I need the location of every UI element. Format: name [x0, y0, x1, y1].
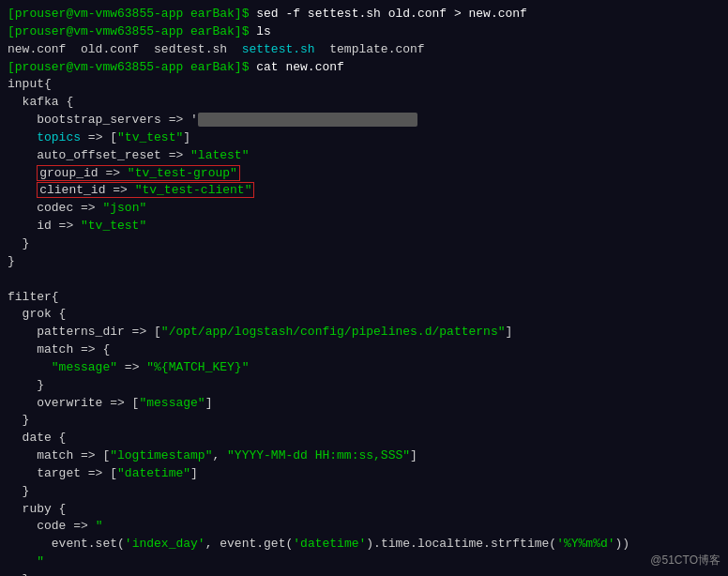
- client-id-redbox: client_id => "tv_test-client": [37, 182, 254, 198]
- terminal-line: event.set('index_day', event.get('dateti…: [8, 536, 720, 553]
- terminal-line: }: [8, 571, 720, 576]
- terminal-line: id => "tv_test": [8, 218, 720, 235]
- terminal-line: codec => "json": [8, 200, 720, 218]
- terminal-line: [prouser@vm-vmw63855-app earBak]$ ls: [8, 23, 720, 41]
- terminal-line: overwrite => ["message"]: [8, 395, 720, 413]
- topics-keyword: topics: [37, 130, 81, 144]
- terminal-line: patterns_dir => ["/opt/app/logstash/conf…: [8, 324, 720, 341]
- terminal-line: input{: [8, 76, 720, 94]
- terminal-line: [prouser@vm-vmw63855-app earBak]$ sed -f…: [8, 6, 720, 23]
- terminal-line: }: [8, 377, 720, 395]
- terminal-line: kafka {: [8, 94, 720, 112]
- terminal-line: code => ": [8, 518, 720, 536]
- terminal-line: date {: [8, 430, 720, 447]
- terminal-line: group_id => "tv_test-group": [8, 165, 720, 183]
- terminal: [prouser@vm-vmw63855-app earBak]$ sed -f…: [0, 0, 728, 576]
- terminal-line: target => ["datetime"]: [8, 465, 720, 483]
- prompt: [prouser@vm-vmw63855-app earBak]$: [8, 60, 249, 74]
- terminal-line: topics => ["tv_test"]: [8, 129, 720, 147]
- watermark: @51CTO博客: [650, 553, 720, 568]
- terminal-line: match => {: [8, 341, 720, 359]
- terminal-line: [8, 271, 720, 289]
- prompt: [prouser@vm-vmw63855-app earBak]$: [8, 24, 249, 38]
- terminal-line: auto_offset_reset => "latest": [8, 147, 720, 165]
- terminal-line: match => ["logtimestamp", "YYYY-MM-dd HH…: [8, 447, 720, 465]
- terminal-line: new.conf old.conf sedtest.sh settest.sh …: [8, 41, 720, 59]
- terminal-line: grok {: [8, 306, 720, 324]
- terminal-line: bootstrap_servers => ': [8, 112, 720, 129]
- terminal-line: filter{: [8, 289, 720, 307]
- terminal-line: ruby {: [8, 501, 720, 519]
- terminal-line: [prouser@vm-vmw63855-app earBak]$ cat ne…: [8, 59, 720, 77]
- group-id-redbox: group_id => "tv_test-group": [37, 165, 240, 181]
- prompt: [prouser@vm-vmw63855-app earBak]$: [8, 7, 249, 21]
- terminal-line: "message" => "%{MATCH_KEY}": [8, 359, 720, 377]
- terminal-line: ": [8, 553, 720, 571]
- terminal-line: client_id => "tv_test-client": [8, 182, 720, 200]
- terminal-line: }: [8, 235, 720, 253]
- terminal-line: }: [8, 483, 720, 501]
- terminal-line: }: [8, 412, 720, 430]
- terminal-line: }: [8, 253, 720, 271]
